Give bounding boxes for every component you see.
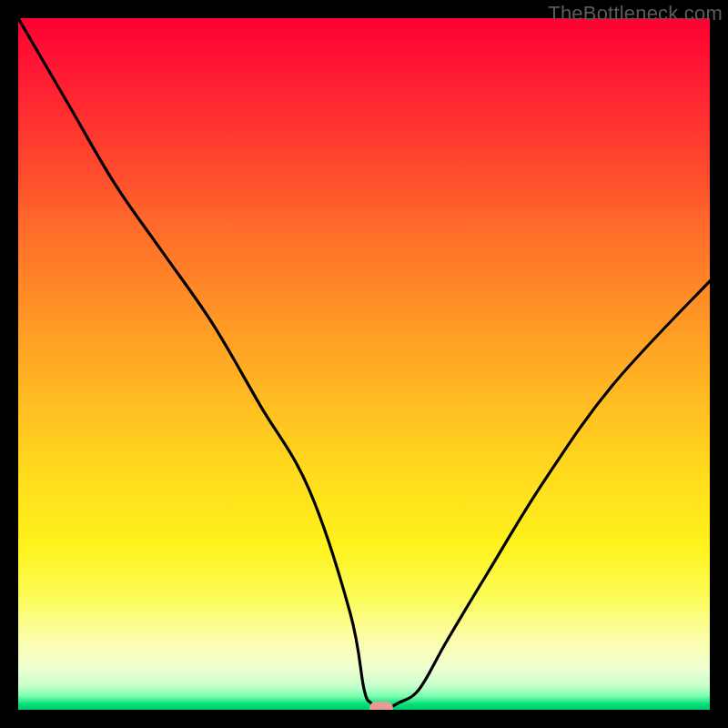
bottleneck-curve — [18, 18, 710, 710]
figure-root: TheBottleneck.com — [0, 0, 728, 728]
optimal-marker — [369, 702, 393, 710]
watermark-text: TheBottleneck.com — [548, 2, 723, 25]
plot-area — [18, 18, 710, 710]
